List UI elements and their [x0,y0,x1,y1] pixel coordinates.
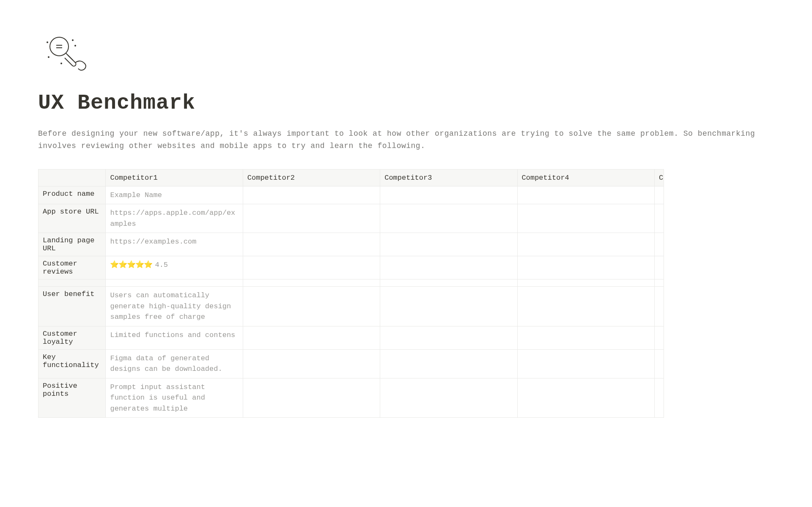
table-cell[interactable]: https://apps.apple.com/app/examples [106,204,243,233]
table-cell[interactable]: https://examples.com [106,233,243,256]
benchmark-table: Competitor1 Competitor2 Competitor3 Comp… [38,169,664,418]
table-row [38,280,664,287]
table-cell[interactable] [517,233,654,256]
table-cell[interactable] [243,186,380,204]
table-cell[interactable] [380,378,517,418]
table-cell[interactable] [517,349,654,378]
table-header-blank[interactable] [38,169,106,186]
table-row: Key functionality Figma data of generate… [38,349,664,378]
table-cell[interactable] [243,204,380,233]
star-rating-icon: ⭐⭐⭐⭐⭐ [110,261,152,269]
table-cell[interactable] [380,287,517,326]
table-cell[interactable] [517,186,654,204]
svg-point-7 [48,57,49,58]
table-cell-rating[interactable]: ⭐⭐⭐⭐⭐4.5 [106,256,243,280]
table-cell[interactable] [517,280,654,287]
table-cell[interactable]: Users can automatically generate high-qu… [106,287,243,326]
benchmark-table-wrapper: Competitor1 Competitor2 Competitor3 Comp… [38,169,774,418]
row-label-key-functionality[interactable]: Key functionality [38,349,106,378]
svg-point-4 [47,42,48,43]
svg-point-8 [61,63,62,64]
table-cell[interactable] [243,349,380,378]
svg-point-0 [50,37,69,56]
table-cell[interactable] [380,349,517,378]
table-cell[interactable] [517,204,654,233]
row-label-customer-loyalty[interactable]: Customer loyalty [38,326,106,349]
table-header-row: Competitor1 Competitor2 Competitor3 Comp… [38,169,664,186]
row-label-app-store-url[interactable]: App store URL [38,204,106,233]
table-cell[interactable] [380,233,517,256]
page-title: UX Benchmark [38,91,774,115]
table-header-competitor5[interactable]: C [654,169,664,186]
table-cell[interactable] [654,326,664,349]
table-row: Positive points Prompt input assistant f… [38,378,664,418]
table-cell[interactable]: Figma data of generated designs can be d… [106,349,243,378]
table-header-competitor1[interactable]: Competitor1 [106,169,243,186]
svg-point-5 [72,40,73,41]
table-cell[interactable] [517,256,654,280]
table-cell[interactable] [654,349,664,378]
table-cell[interactable] [380,256,517,280]
table-row: Landing page URL https://examples.com [38,233,664,256]
table-cell[interactable] [243,287,380,326]
table-cell[interactable] [243,326,380,349]
table-row: Customer reviews ⭐⭐⭐⭐⭐4.5 [38,256,664,280]
row-label-landing-page-url[interactable]: Landing page URL [38,233,106,256]
table-cell[interactable] [243,378,380,418]
table-cell[interactable] [243,256,380,280]
table-cell[interactable]: Example Name [106,186,243,204]
table-cell[interactable] [654,287,664,326]
table-cell[interactable] [654,256,664,280]
row-label-positive-points[interactable]: Positive points [38,378,106,418]
rating-value: 4.5 [155,261,168,269]
table-cell[interactable] [517,287,654,326]
table-cell[interactable] [380,326,517,349]
row-label-empty[interactable] [38,280,106,287]
table-header-competitor4[interactable]: Competitor4 [517,169,654,186]
table-row: Customer loyalty Limited functions and c… [38,326,664,349]
table-cell[interactable] [654,204,664,233]
table-cell[interactable] [654,378,664,418]
page-icon [42,34,774,82]
table-cell[interactable] [243,233,380,256]
table-cell[interactable] [654,280,664,287]
table-cell[interactable]: Limited functions and contens [106,326,243,349]
table-cell[interactable]: Prompt input assistant function is usefu… [106,378,243,418]
table-cell[interactable] [380,186,517,204]
table-header-competitor3[interactable]: Competitor3 [380,169,517,186]
row-label-customer-reviews[interactable]: Customer reviews [38,256,106,280]
table-cell[interactable] [654,233,664,256]
table-cell[interactable] [106,280,243,287]
intro-paragraph: Before designing your new software/app, … [38,128,774,152]
table-cell[interactable] [243,280,380,287]
table-row: Product name Example Name [38,186,664,204]
svg-point-6 [75,45,76,46]
row-label-user-benefit[interactable]: User benefit [38,287,106,326]
table-cell[interactable] [517,378,654,418]
table-header-competitor2[interactable]: Competitor2 [243,169,380,186]
table-cell[interactable] [380,280,517,287]
row-label-product-name[interactable]: Product name [38,186,106,204]
table-cell[interactable] [654,186,664,204]
table-row: User benefit Users can automatically gen… [38,287,664,326]
table-cell[interactable] [517,326,654,349]
table-row: App store URL https://apps.apple.com/app… [38,204,664,233]
table-cell[interactable] [380,204,517,233]
